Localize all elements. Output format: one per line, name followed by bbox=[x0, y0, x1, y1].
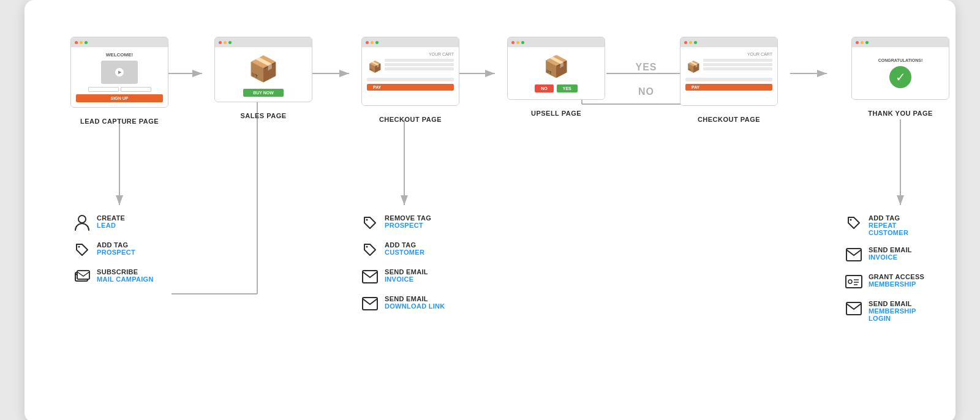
mail-multiple-icon bbox=[74, 268, 91, 285]
divider-line-1 bbox=[367, 78, 454, 81]
send-email-title-3: SEND EMAIL bbox=[869, 246, 912, 253]
checkout2-row: 📦 bbox=[685, 59, 772, 75]
send-email-invoice-text-1: SEND EMAIL INVOICE bbox=[385, 268, 428, 283]
welcome-title: WELCOME! bbox=[76, 52, 163, 58]
thankyou-step: CONGRATULATIONS! ✓ THANK YOU PAGE bbox=[851, 37, 949, 117]
dot-red-6 bbox=[856, 41, 859, 44]
create-lead-title: CREATE bbox=[97, 214, 125, 222]
upsell-content: 📦 NO YES bbox=[508, 47, 605, 99]
congratulations-title: CONGRATULATIONS! bbox=[878, 58, 922, 62]
send-email-title-2: SEND EMAIL bbox=[385, 295, 445, 302]
form-line-4 bbox=[703, 59, 772, 62]
send-email-value-3: INVOICE bbox=[869, 253, 912, 261]
play-icon: ▶ bbox=[115, 68, 124, 77]
send-email-title-4: SEND EMAIL bbox=[869, 300, 931, 307]
main-container: NO YES WELCOME! ▶ bbox=[24, 0, 956, 420]
lead-capture-step: WELCOME! ▶ SIGN UP LEAD CAPTURE PAGE bbox=[70, 37, 168, 125]
dot-yellow-5 bbox=[689, 41, 692, 44]
dot-red-3 bbox=[366, 41, 369, 44]
actions-thankyou: ADD TAG REPEAT CUSTOMER SEND EMAIL INVOI… bbox=[845, 214, 931, 332]
sales-window: 📦 BUY NOW bbox=[214, 37, 312, 102]
buynow-button-mock: BUY NOW bbox=[243, 89, 284, 97]
checkout2-form bbox=[703, 59, 772, 75]
thankyou-label: THANK YOU PAGE bbox=[868, 110, 933, 117]
add-tag-repeat-text: ADD TAG REPEAT CUSTOMER bbox=[869, 214, 931, 236]
mail-icon-2 bbox=[361, 295, 379, 312]
input-row bbox=[76, 87, 163, 92]
dot-red-5 bbox=[684, 41, 687, 44]
svg-rect-20 bbox=[77, 271, 89, 279]
tag-icon-3 bbox=[361, 241, 379, 258]
dot-yellow-2 bbox=[224, 41, 227, 44]
dot-yellow-1 bbox=[80, 41, 83, 44]
action-remove-tag: REMOVE TAG PROSPECT bbox=[361, 214, 445, 231]
checkout1-row: 📦 bbox=[367, 59, 454, 75]
add-tag-title-3: ADD TAG bbox=[869, 214, 931, 222]
dot-green-4 bbox=[521, 41, 524, 44]
your-cart-title-2: YOUR CART bbox=[685, 52, 772, 56]
product-box-sales: 📦 bbox=[245, 52, 282, 86]
sales-content: 📦 BUY NOW bbox=[215, 47, 312, 102]
checkout1-step: YOUR CART 📦 PAY CHECKOUT PAGE bbox=[361, 37, 459, 123]
email-input-mock bbox=[121, 87, 151, 92]
svg-point-26 bbox=[850, 219, 852, 221]
add-tag-title-2: ADD TAG bbox=[385, 241, 424, 249]
box-emoji-sales: 📦 bbox=[248, 54, 279, 83]
browser-bar-5 bbox=[680, 37, 777, 47]
upsell-step: 📦 NO YES UPSELL PAGE bbox=[507, 37, 605, 117]
upsell-label: UPSELL PAGE bbox=[531, 110, 581, 117]
checkout2-step: YOUR CART 📦 PAY CHECKOUT PAGE bbox=[680, 37, 778, 123]
sales-step: 📦 BUY NOW SALES PAGE bbox=[214, 37, 312, 119]
mail-icon-3 bbox=[845, 246, 862, 263]
thankyou-window: CONGRATULATIONS! ✓ bbox=[851, 37, 949, 100]
mail-icon-1 bbox=[361, 268, 379, 285]
add-tag-title-1: ADD TAG bbox=[97, 241, 135, 249]
action-create-lead: CREATE LEAD bbox=[74, 214, 154, 231]
lead-capture-content: WELCOME! ▶ SIGN UP bbox=[71, 47, 168, 107]
upsell-buttons: NO YES bbox=[535, 84, 578, 92]
checkout1-form bbox=[385, 59, 454, 75]
no-button-mock: NO bbox=[535, 84, 554, 92]
dot-yellow-3 bbox=[371, 41, 374, 44]
browser-bar-2 bbox=[215, 37, 312, 47]
dot-red-2 bbox=[219, 41, 222, 44]
checkmark-icon: ✓ bbox=[889, 66, 911, 88]
svg-point-17 bbox=[78, 216, 86, 223]
dot-green-1 bbox=[85, 41, 88, 44]
dot-green-2 bbox=[228, 41, 232, 44]
id-card-icon bbox=[845, 273, 862, 290]
svg-point-29 bbox=[848, 280, 852, 283]
form-line-1 bbox=[385, 59, 454, 62]
grant-access-value: MEMBERSHIP bbox=[869, 280, 924, 288]
add-tag-value-2: CUSTOMER bbox=[385, 249, 424, 256]
checkout1-content: YOUR CART 📦 PAY bbox=[362, 47, 459, 105]
grant-access-title: GRANT ACCESS bbox=[869, 273, 924, 280]
browser-bar-6 bbox=[852, 37, 949, 47]
send-email-value-2: DOWNLOAD LINK bbox=[385, 302, 445, 310]
create-lead-value: LEAD bbox=[97, 222, 125, 229]
add-tag-value-3: REPEAT CUSTOMER bbox=[869, 222, 931, 236]
form-line-6 bbox=[703, 67, 772, 70]
svg-text:YES: YES bbox=[635, 62, 657, 72]
tag-icon-2 bbox=[361, 214, 379, 231]
dot-green-3 bbox=[375, 41, 379, 44]
lead-capture-label: LEAD CAPTURE PAGE bbox=[80, 118, 159, 125]
send-email-login-text: SEND EMAIL MEMBERSHIP LOGIN bbox=[869, 300, 931, 322]
divider-line-2 bbox=[685, 78, 772, 81]
send-email-value-1: INVOICE bbox=[385, 276, 428, 283]
subscribe-title: SUBSCRIBE bbox=[97, 268, 154, 276]
remove-tag-value: PROSPECT bbox=[385, 222, 431, 229]
actions-checkout1: REMOVE TAG PROSPECT ADD TAG CUSTOMER bbox=[361, 214, 445, 322]
dot-green-5 bbox=[694, 41, 697, 44]
sales-label: SALES PAGE bbox=[240, 112, 286, 119]
action-send-email-download: SEND EMAIL DOWNLOAD LINK bbox=[361, 295, 445, 312]
signup-button-mock: SIGN UP bbox=[76, 94, 163, 102]
checkout1-window: YOUR CART 📦 PAY bbox=[361, 37, 459, 106]
dot-red-4 bbox=[511, 41, 514, 44]
box-emoji-checkout2: 📦 bbox=[685, 59, 701, 75]
send-email-download-text: SEND EMAIL DOWNLOAD LINK bbox=[385, 295, 445, 310]
checkout2-label: CHECKOUT PAGE bbox=[698, 116, 760, 123]
browser-bar-1 bbox=[71, 37, 168, 47]
person-icon bbox=[74, 214, 91, 231]
video-placeholder: ▶ bbox=[101, 61, 138, 84]
